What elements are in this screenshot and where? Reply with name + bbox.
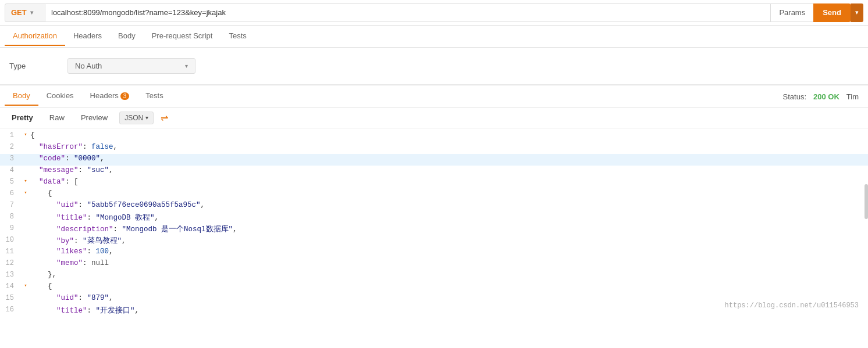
status-prefix: Status: — [783, 92, 806, 101]
line-number: 7 — [0, 201, 21, 209]
line-number: 10 — [0, 236, 21, 244]
code-line: 1▾{ — [0, 131, 868, 142]
code-line: 2 "hasError": false, — [0, 142, 868, 154]
line-number: 11 — [0, 247, 21, 256]
line-number: 15 — [0, 294, 21, 302]
format-select[interactable]: JSON ▾ — [119, 112, 154, 124]
status-info: Status: 200 OK Tim — [783, 92, 859, 101]
code-line: 7 "uid": "5abb5f76ece0690a55f5a95c", — [0, 200, 868, 212]
tab-body[interactable]: Body — [110, 27, 144, 46]
resp-tab-cookies[interactable]: Cookies — [38, 87, 82, 106]
send-chevron-icon: ▾ — [855, 9, 859, 16]
line-content: }, — [30, 271, 868, 279]
line-number: 1 — [0, 131, 21, 139]
tab-prerequest[interactable]: Pre-request Script — [144, 27, 221, 46]
code-line: 9 "description": "Mongodb 是一个Nosql数据库", — [0, 224, 868, 235]
line-number: 8 — [0, 213, 21, 221]
wrap-icon[interactable]: ⇌ — [161, 112, 168, 123]
view-tab-pretty[interactable]: Pretty — [5, 111, 40, 124]
code-line: 12 "memo": null — [0, 259, 868, 270]
method-select[interactable]: GET ▾ — [5, 3, 45, 22]
params-button[interactable]: Params — [770, 3, 813, 22]
code-line: 3 "code": "0000", — [0, 154, 868, 166]
status-code: 200 OK — [813, 92, 839, 101]
code-line: 4 "message": "suc", — [0, 166, 868, 177]
line-content: { — [30, 131, 868, 139]
view-tabs: Pretty Raw Preview JSON ▾ ⇌ — [0, 107, 868, 128]
watermark: https://blog.csdn.net/u011546953 — [725, 302, 859, 310]
type-label: Type — [9, 62, 56, 70]
url-input[interactable] — [45, 3, 770, 22]
line-number: 3 — [0, 155, 21, 163]
tab-headers[interactable]: Headers — [65, 27, 110, 46]
request-tabs: Authorization Headers Body Pre-request S… — [0, 26, 868, 48]
line-toggle[interactable]: ▾ — [21, 189, 30, 196]
auth-type-value: No Auth — [75, 62, 102, 70]
status-time: Tim — [846, 92, 859, 101]
code-line: 6▾ { — [0, 189, 868, 200]
line-content: "hasError": false, — [30, 143, 868, 151]
code-line: 10 "by": "菜鸟教程", — [0, 235, 868, 247]
response-section: Body Cookies Headers3 Tests Status: 200 … — [0, 85, 868, 314]
line-number: 16 — [0, 306, 21, 314]
line-content: { — [30, 189, 868, 198]
response-tabs: Body Cookies Headers3 Tests Status: 200 … — [0, 85, 868, 107]
line-content: "uid": "5abb5f76ece0690a55f5a95c", — [30, 201, 868, 209]
line-content: "code": "0000", — [30, 155, 868, 163]
headers-badge: 3 — [120, 92, 130, 100]
line-toggle[interactable]: ▾ — [21, 131, 30, 138]
code-line: 11 "likes": 100, — [0, 247, 868, 259]
method-chevron: ▾ — [30, 9, 33, 16]
line-content: { — [30, 282, 868, 290]
line-content: "by": "菜鸟教程", — [30, 236, 868, 246]
line-number: 12 — [0, 259, 21, 267]
send-dropdown[interactable]: ▾ — [851, 3, 863, 22]
scroll-indicator[interactable] — [865, 184, 868, 219]
resp-tab-headers[interactable]: Headers3 — [82, 87, 138, 106]
code-area[interactable]: 1▾{2 "hasError": false,3 "code": "0000",… — [0, 128, 868, 314]
tab-tests[interactable]: Tests — [220, 27, 254, 46]
format-label: JSON — [124, 114, 143, 122]
code-line: 13 }, — [0, 270, 868, 282]
view-tab-preview[interactable]: Preview — [74, 111, 115, 124]
top-bar: GET ▾ Params Send ▾ — [0, 0, 868, 26]
line-number: 2 — [0, 143, 21, 151]
format-chevron: ▾ — [145, 114, 148, 121]
line-number: 5 — [0, 178, 21, 186]
line-number: 6 — [0, 189, 21, 198]
line-number: 4 — [0, 166, 21, 174]
line-number: 9 — [0, 224, 21, 232]
method-label: GET — [11, 8, 27, 17]
send-button[interactable]: Send — [813, 3, 851, 22]
line-toggle[interactable]: ▾ — [21, 178, 30, 184]
code-line: 8 "title": "MongoDB 教程", — [0, 212, 868, 224]
line-content: "likes": 100, — [30, 247, 868, 256]
line-toggle[interactable]: ▾ — [21, 282, 30, 289]
line-content: "title": "MongoDB 教程", — [30, 213, 868, 223]
code-line: 5▾ "data": [ — [0, 177, 868, 189]
auth-type-select[interactable]: No Auth ▾ — [67, 58, 195, 74]
line-number: 13 — [0, 271, 21, 279]
auth-type-row: Type No Auth ▾ — [0, 48, 868, 85]
line-content: "data": [ — [30, 178, 868, 186]
line-number: 14 — [0, 282, 21, 290]
resp-tab-tests[interactable]: Tests — [137, 87, 171, 106]
line-content: "memo": null — [30, 259, 868, 267]
resp-tab-body[interactable]: Body — [5, 87, 38, 106]
line-content: "description": "Mongodb 是一个Nosql数据库", — [30, 224, 868, 234]
tab-authorization[interactable]: Authorization — [5, 27, 65, 46]
line-content: "uid": "879", — [30, 294, 868, 302]
auth-type-chevron: ▾ — [185, 63, 188, 69]
code-line: 14▾ { — [0, 282, 868, 293]
line-content: "message": "suc", — [30, 166, 868, 174]
view-tab-raw[interactable]: Raw — [42, 111, 72, 124]
